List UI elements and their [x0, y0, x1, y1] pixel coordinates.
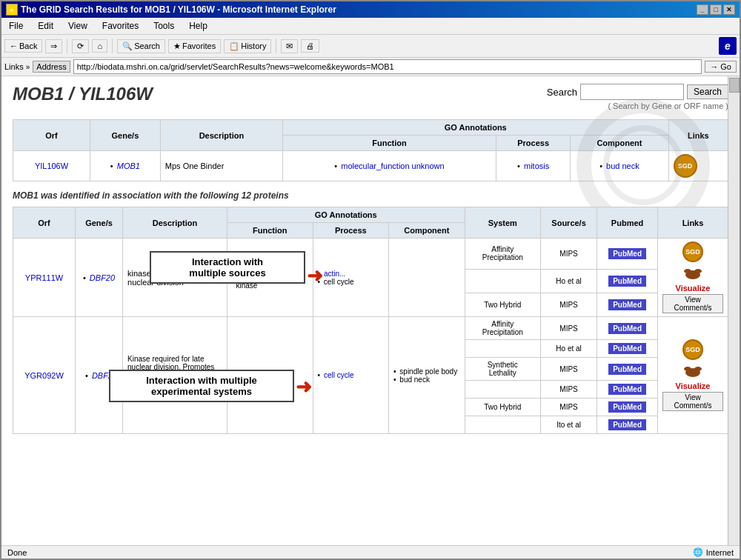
- search-icon: 🔍: [122, 41, 133, 51]
- view-comment-button-2[interactable]: View Comment/s: [662, 392, 723, 411]
- maximize-button[interactable]: □: [710, 4, 722, 15]
- status-left: Done: [7, 548, 27, 557]
- back-button[interactable]: ← ← Back Back: [4, 39, 42, 53]
- pubmed-button[interactable]: PubMed: [608, 299, 646, 310]
- orf-link-ypr111w[interactable]: YPR111W: [25, 273, 63, 282]
- links-ygr092w: SGD Visualize View Comment/s: [657, 317, 728, 434]
- menu-favorites[interactable]: Favorites: [98, 19, 143, 33]
- pubmed-button[interactable]: PubMed: [608, 384, 646, 395]
- orf-cell: YIL106W: [13, 151, 90, 181]
- menu-file[interactable]: File: [4, 19, 27, 33]
- toolbar-separator: [67, 39, 67, 53]
- pubmed-7: PubMed: [597, 381, 658, 399]
- desc-cell: Mps One Binder: [160, 151, 282, 181]
- status-right: 🌐 Internet: [693, 547, 734, 557]
- pubmed-6: PubMed: [597, 358, 658, 381]
- links-ypr111w: SGD Visualize View Comment/s: [657, 239, 728, 317]
- col-function: Function: [282, 136, 496, 151]
- process-link[interactable]: mitosis: [524, 161, 549, 170]
- history-icon: 📋: [229, 41, 239, 51]
- proc-ygr092w: • cell cycle: [313, 317, 388, 434]
- svg-point-7: [684, 367, 691, 371]
- function-cell: • molecular_function unknown: [282, 151, 496, 181]
- pubmed-button[interactable]: PubMed: [608, 364, 646, 375]
- history-button[interactable]: 📋 History: [224, 39, 271, 53]
- pubmed-button[interactable]: PubMed: [608, 276, 646, 287]
- home-button[interactable]: ⌂: [92, 39, 107, 53]
- sgd-badge-ypr111w: SGD: [682, 241, 703, 262]
- menu-edit[interactable]: Edit: [33, 19, 58, 33]
- source-mips-4: MIPS: [540, 317, 597, 340]
- source-mips-7: MIPS: [540, 381, 597, 399]
- pubmed-2: PubMed: [597, 269, 658, 293]
- favorites-button[interactable]: ★ Favorites: [168, 39, 221, 53]
- proc-link-1[interactable]: actin...: [324, 270, 345, 278]
- mail-button[interactable]: ✉: [281, 39, 298, 53]
- menu-bar: File Edit View Favorites Tools Help: [1, 18, 740, 35]
- orf-link-ygr092w[interactable]: YGR092W: [24, 371, 64, 380]
- forward-button[interactable]: ⇒: [45, 39, 62, 53]
- print-button[interactable]: 🖨: [301, 39, 319, 53]
- t2-col-process: Process: [313, 223, 388, 239]
- window-title: The GRID Search Results for MOB1 / YIL10…: [21, 4, 336, 15]
- status-text: Done: [7, 548, 27, 557]
- pubmed-4: PubMed: [597, 317, 658, 340]
- pubmed-button[interactable]: PubMed: [608, 343, 646, 354]
- toolbar-separator-2: [112, 39, 113, 53]
- source-ho-2: Ho et al: [540, 340, 597, 358]
- search-toolbar-button[interactable]: 🔍 Search: [117, 39, 165, 53]
- table2-wrapper: Interaction with multiple sources ➜ Inte…: [13, 207, 728, 434]
- t2-col-function: Function: [227, 223, 313, 239]
- source-ho: Ho et al: [540, 269, 597, 293]
- callout-multiple-systems: Interaction with multiple experimental s…: [109, 370, 294, 402]
- arrow-1: ➜: [307, 264, 323, 287]
- proc-link-2[interactable]: cell cycle: [324, 371, 354, 379]
- toolbar: ← ← Back Back ⇒ ⟳ ⌂ 🔍 Search ★ Favorites…: [1, 35, 740, 58]
- internet-icon: 🌐: [693, 547, 703, 557]
- menu-tools[interactable]: Tools: [149, 19, 179, 33]
- t2-col-system: System: [465, 207, 540, 239]
- system-1: AffinityPrecipitation: [465, 239, 540, 270]
- process-cell: • mitosis: [496, 151, 571, 181]
- svg-point-6: [694, 367, 702, 371]
- pubmed-button[interactable]: PubMed: [608, 401, 646, 413]
- source-mips-6: MIPS: [540, 358, 597, 381]
- pubmed-button[interactable]: PubMed: [608, 419, 646, 430]
- menu-help[interactable]: Help: [185, 19, 212, 33]
- pubmed-button[interactable]: PubMed: [608, 323, 646, 334]
- menu-view[interactable]: View: [64, 19, 92, 33]
- orf-link[interactable]: YIL106W: [35, 161, 68, 170]
- address-bar: Links » Address → Go: [1, 58, 740, 76]
- minimize-button[interactable]: _: [697, 4, 708, 15]
- system-8: Two Hybrid: [465, 399, 540, 416]
- function-link[interactable]: molecular_function unknown: [341, 161, 444, 170]
- pubmed-1: PubMed: [597, 239, 658, 270]
- t2-col-genes: Gene/s: [76, 207, 123, 239]
- t2-col-source: Source/s: [540, 207, 597, 239]
- pubmed-3: PubMed: [597, 293, 658, 316]
- window-controls[interactable]: _ □ ✕: [697, 4, 735, 15]
- scrollbar[interactable]: [728, 76, 740, 545]
- view-comment-button[interactable]: View Comment/s: [662, 294, 723, 313]
- address-input[interactable]: [73, 59, 702, 74]
- gene-link[interactable]: MOB1: [117, 161, 140, 170]
- gene-link-dbf20[interactable]: DBF20: [90, 273, 115, 282]
- pubmed-5: PubMed: [597, 340, 658, 358]
- page-content: MOB1 / YIL106W Search Search ( Search by…: [1, 76, 740, 545]
- source-mips-1: MIPS: [540, 239, 597, 270]
- zone-text: Internet: [706, 548, 734, 557]
- close-button[interactable]: ✕: [723, 4, 735, 15]
- gene-cell: • MOB1: [90, 151, 161, 181]
- pubmed-button[interactable]: PubMed: [608, 248, 646, 259]
- t2-col-go: GO Annotations: [227, 207, 465, 223]
- svg-point-4: [684, 269, 691, 273]
- links-label: Links »: [4, 62, 30, 71]
- orf-ygr092w: YGR092W: [13, 317, 76, 434]
- back-icon: ←: [10, 41, 18, 50]
- system-5: [465, 340, 540, 358]
- title-bar: e The GRID Search Results for MOB1 / YIL…: [1, 1, 740, 18]
- comp-ypr111w: [389, 239, 465, 317]
- refresh-button[interactable]: ⟳: [72, 39, 89, 53]
- ie-icon: e: [6, 4, 18, 16]
- go-button[interactable]: → Go: [705, 61, 737, 73]
